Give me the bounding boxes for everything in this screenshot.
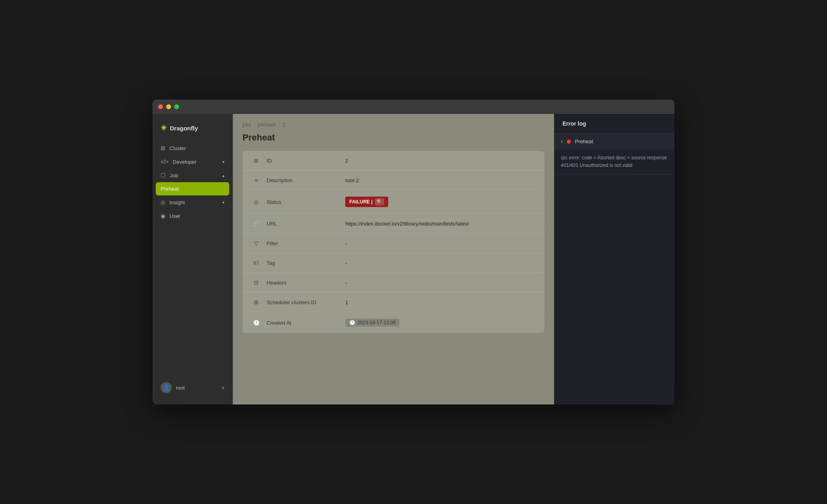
id-icon: ⊞ <box>252 157 260 164</box>
label-filter: Filter <box>267 240 339 246</box>
label-url: URL <box>267 221 339 227</box>
headers-icon: ⊟ <box>252 279 260 286</box>
main-content: jobs / preheats / 2 Preheat ⊞ ID 2 <box>233 114 554 404</box>
label-scheduler-clusters-id: Scheduler clusters ID <box>267 299 339 305</box>
scheduler-icon: ⊞ <box>252 299 260 305</box>
nav-section: ⊞ Cluster </> Developer ▾ ☐ Job ▴ Prehe <box>153 141 232 223</box>
breadcrumb-jobs[interactable]: jobs <box>242 122 251 128</box>
url-icon: 🔗 <box>252 220 260 227</box>
user-icon: ◉ <box>161 213 165 219</box>
row-status: ◎ Status FAILURE | 🔍 <box>242 190 544 214</box>
status-badge: FAILURE | 🔍 <box>345 197 388 207</box>
value-scheduler-clusters-id: 1 <box>345 299 348 305</box>
label-headers: Headers <box>267 280 339 286</box>
status-icon: ◎ <box>252 199 260 205</box>
error-dot <box>567 140 571 144</box>
sidebar-label-insight: Insight <box>169 199 185 205</box>
breadcrumb-current: 2 <box>282 122 285 128</box>
breadcrumb-sep-1: / <box>254 122 255 128</box>
sidebar-label-developer: Developer <box>173 159 196 165</box>
chevron-down-icon-insight: ▾ <box>222 200 224 205</box>
error-panel-title: Error log <box>554 114 674 134</box>
created-at-icon: 🕐 <box>252 319 260 326</box>
row-url: 🔗 URL https://index.docker.io/v2/library… <box>242 214 544 234</box>
value-headers: - <box>345 280 347 286</box>
error-panel: Error log ▾ Preheat rpc error: code = Ab… <box>554 114 674 404</box>
row-headers: ⊟ Headers - <box>242 273 544 293</box>
tag-icon: 🏷 <box>252 260 260 266</box>
sidebar-label-cluster: Cluster <box>169 145 186 151</box>
sidebar-item-cluster[interactable]: ⊞ Cluster <box>153 141 232 155</box>
minimize-button[interactable] <box>166 104 171 109</box>
label-created-at: Created At <box>267 320 339 326</box>
value-filter: - <box>345 240 347 246</box>
label-tag: Tag <box>267 260 339 266</box>
row-tag: 🏷 Tag - <box>242 253 544 273</box>
value-url: https://index.docker.io/v2/library/redis… <box>345 221 469 227</box>
chevron-down-icon: ▾ <box>222 160 224 164</box>
error-item-header-0[interactable]: ▾ Preheat <box>554 134 674 149</box>
detail-card: ⊞ ID 2 ≡ Description root-2 ◎ Status <box>242 151 544 333</box>
sidebar-item-developer[interactable]: </> Developer ▾ <box>153 155 232 169</box>
status-search-button[interactable]: 🔍 <box>375 198 384 205</box>
developer-icon: </> <box>161 159 169 165</box>
row-filter: ▽ Filter - <box>242 234 544 253</box>
breadcrumb-sep-2: / <box>279 122 280 128</box>
user-chevron-icon: ⇅ <box>221 386 224 390</box>
page-title: Preheat <box>242 132 544 143</box>
row-id: ⊞ ID 2 <box>242 151 544 171</box>
job-icon: ☐ <box>161 172 166 179</box>
avatar: 👤 <box>161 382 172 393</box>
value-id: 2 <box>345 158 348 164</box>
breadcrumb-preheats[interactable]: preheats <box>257 122 276 128</box>
sidebar-item-insight[interactable]: ◎ Insight ▾ <box>153 195 232 209</box>
cluster-icon: ⊞ <box>161 145 165 151</box>
value-created-at: 🕐 2023-10-17-13:08 <box>345 319 399 327</box>
sidebar-label-preheat: Preheat <box>161 186 179 192</box>
breadcrumb: jobs / preheats / 2 <box>242 122 544 128</box>
sidebar-label-user: User <box>169 213 180 219</box>
sidebar-item-job[interactable]: ☐ Job ▴ <box>153 169 232 182</box>
maximize-button[interactable] <box>174 104 179 109</box>
label-id: ID <box>267 158 339 164</box>
error-content-0: rpc error: code = Aborted desc = source … <box>554 149 674 174</box>
sidebar-item-user[interactable]: ◉ User <box>153 209 232 223</box>
insight-icon: ◎ <box>161 199 165 205</box>
chevron-icon: ▾ <box>561 139 563 144</box>
filter-icon: ▽ <box>252 240 260 246</box>
sidebar-item-preheat[interactable]: Preheat <box>156 182 229 195</box>
status-text: FAILURE | <box>349 199 373 205</box>
value-tag: - <box>345 260 347 266</box>
created-at-text: 2023-10-17-13:08 <box>357 320 395 325</box>
username: root <box>176 385 185 391</box>
logo-icon: ✳ <box>161 124 167 132</box>
close-button[interactable] <box>158 104 163 109</box>
sidebar: ✳ Dragonfly ⊞ Cluster </> Developer ▾ ☐ <box>153 114 233 404</box>
error-item-0: ▾ Preheat rpc error: code = Aborted desc… <box>554 134 674 175</box>
logo: ✳ Dragonfly <box>153 120 232 140</box>
error-item-label-0: Preheat <box>575 138 593 144</box>
row-scheduler-clusters-id: ⊞ Scheduler clusters ID 1 <box>242 293 544 312</box>
sidebar-label-job: Job <box>170 173 178 179</box>
logo-text: Dragonfly <box>170 125 198 132</box>
content-area: jobs / preheats / 2 Preheat ⊞ ID 2 <box>233 114 674 404</box>
label-description: Description <box>267 177 339 183</box>
description-icon: ≡ <box>252 177 260 183</box>
row-description: ≡ Description root-2 <box>242 171 544 190</box>
chevron-up-icon: ▴ <box>222 173 224 178</box>
titlebar <box>153 100 674 114</box>
main-layout: ✳ Dragonfly ⊞ Cluster </> Developer ▾ ☐ <box>153 114 674 404</box>
value-status: FAILURE | 🔍 <box>345 197 388 207</box>
clock-icon: 🕐 <box>349 320 355 325</box>
value-description: root-2 <box>345 177 359 183</box>
row-created-at: 🕐 Created At 🕐 2023-10-17-13:08 <box>242 312 544 333</box>
created-at-badge: 🕐 2023-10-17-13:08 <box>345 319 399 327</box>
app-window: ✳ Dragonfly ⊞ Cluster </> Developer ▾ ☐ <box>153 100 674 404</box>
label-status: Status <box>267 199 339 205</box>
user-profile[interactable]: 👤 root ⇅ <box>153 377 232 398</box>
